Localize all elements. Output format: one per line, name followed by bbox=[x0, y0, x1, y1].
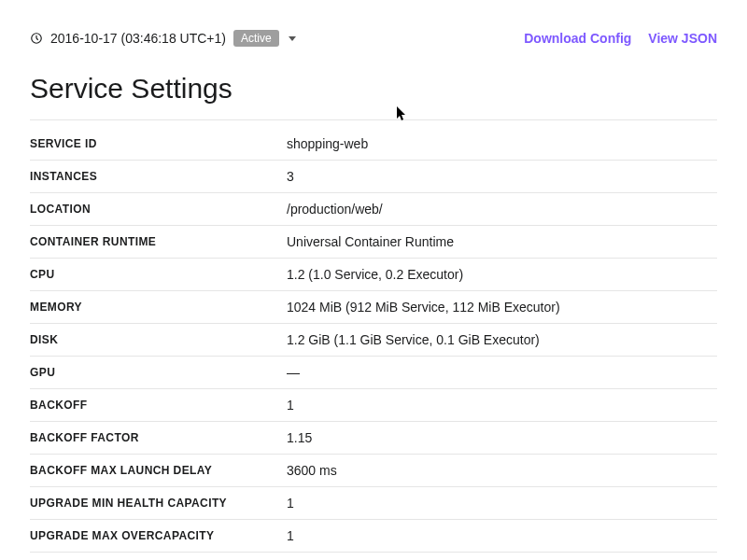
header: 2016-10-17 (03:46:18 UTC+1) Active Downl… bbox=[30, 30, 717, 47]
settings-row: Instances3 bbox=[30, 161, 717, 193]
settings-value: 1024 MiB (912 MiB Service, 112 MiB Execu… bbox=[287, 300, 560, 315]
settings-label: Memory bbox=[30, 301, 287, 314]
settings-label: Upgrade Max Overcapacity bbox=[30, 529, 287, 542]
settings-value: Universal Container Runtime bbox=[287, 234, 454, 249]
settings-label: Instances bbox=[30, 170, 287, 183]
settings-value: /production/web/ bbox=[287, 202, 383, 217]
settings-value: 1 bbox=[287, 496, 294, 511]
settings-label: CPU bbox=[30, 268, 287, 281]
settings-value: 3600 ms bbox=[287, 463, 337, 478]
settings-label: Location bbox=[30, 203, 287, 216]
status-badge: Active bbox=[233, 30, 279, 47]
settings-row: Memory1024 MiB (912 MiB Service, 112 MiB… bbox=[30, 291, 717, 324]
view-json-link[interactable]: View JSON bbox=[648, 31, 717, 46]
header-right: Download Config View JSON bbox=[524, 31, 717, 46]
settings-value: shopping-web bbox=[287, 136, 368, 151]
timestamp: 2016-10-17 (03:46:18 UTC+1) bbox=[50, 31, 226, 46]
settings-row: CPU1.2 (1.0 Service, 0.2 Executor) bbox=[30, 259, 717, 291]
settings-row: Container RuntimeUniversal Container Run… bbox=[30, 226, 717, 259]
settings-label: Backoff Factor bbox=[30, 431, 287, 444]
settings-row: Upgrade Max Overcapacity1 bbox=[30, 520, 717, 553]
settings-table: Service IDshopping-webInstances3Location… bbox=[30, 128, 717, 553]
settings-label: Backoff Max Launch Delay bbox=[30, 464, 287, 477]
settings-label: Backoff bbox=[30, 399, 287, 412]
settings-row: Backoff1 bbox=[30, 389, 717, 422]
settings-row: Disk1.2 GiB (1.1 GiB Service, 0.1 GiB Ex… bbox=[30, 324, 717, 357]
settings-value: — bbox=[287, 365, 300, 380]
settings-row: Service IDshopping-web bbox=[30, 128, 717, 161]
settings-value: 1.2 (1.0 Service, 0.2 Executor) bbox=[287, 267, 463, 282]
settings-row: Location/production/web/ bbox=[30, 193, 717, 226]
settings-value: 1 bbox=[287, 398, 294, 413]
settings-row: GPU— bbox=[30, 357, 717, 389]
page-title: Service Settings bbox=[30, 73, 717, 120]
download-config-link[interactable]: Download Config bbox=[524, 31, 631, 46]
settings-label: Service ID bbox=[30, 137, 287, 150]
settings-label: Container Runtime bbox=[30, 235, 287, 248]
chevron-down-icon[interactable] bbox=[289, 36, 296, 41]
settings-value: 1.15 bbox=[287, 430, 312, 445]
settings-row: Upgrade Min Health Capacity1 bbox=[30, 487, 717, 520]
settings-row: Backoff Max Launch Delay3600 ms bbox=[30, 455, 717, 487]
settings-label: Disk bbox=[30, 333, 287, 346]
settings-label: GPU bbox=[30, 366, 287, 379]
settings-row: Backoff Factor1.15 bbox=[30, 422, 717, 455]
svg-line-2 bbox=[36, 38, 38, 40]
clock-icon bbox=[30, 32, 43, 45]
settings-value: 1.2 GiB (1.1 GiB Service, 0.1 GiB Execut… bbox=[287, 332, 540, 347]
header-left: 2016-10-17 (03:46:18 UTC+1) Active bbox=[30, 30, 296, 47]
settings-value: 3 bbox=[287, 169, 294, 184]
settings-label: Upgrade Min Health Capacity bbox=[30, 497, 287, 510]
settings-value: 1 bbox=[287, 528, 294, 543]
